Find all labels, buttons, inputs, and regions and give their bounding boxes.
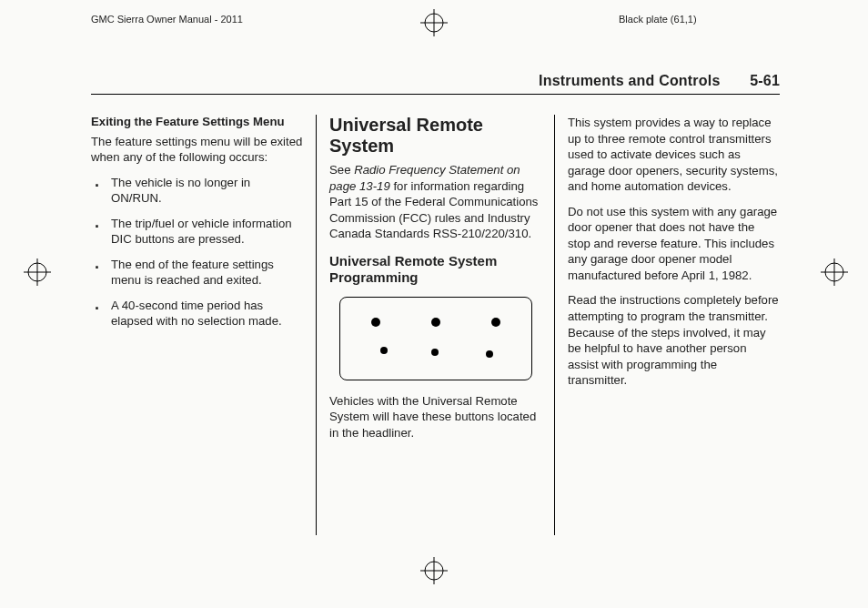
page-body: Instruments and Controls 5-61 Exiting th… (91, 71, 780, 535)
chapter-title: Instruments and Controls (539, 73, 720, 88)
remote-indicator-icon (486, 350, 493, 358)
exiting-menu-intro: The feature settings menu will be exited… (91, 134, 303, 166)
list-item: The trip/fuel or vehicle information DIC… (91, 216, 303, 248)
remote-buttons-illustration (339, 297, 532, 380)
list-item: A 40-second time period has elapsed with… (91, 298, 303, 329)
programming-heading: Universal Remote System Programming (329, 253, 541, 286)
running-header: Instruments and Controls 5-61 (539, 71, 780, 90)
remote-button-icon (491, 318, 500, 327)
print-meta-right: Black plate (61,1) (619, 13, 697, 26)
columns: Exiting the Feature Settings Menu The fe… (91, 115, 780, 535)
instructions-paragraph: Read the instructions completely before … (568, 292, 780, 388)
column-2: Universal Remote System See Radio Freque… (316, 115, 554, 535)
exiting-menu-heading: Exiting the Feature Settings Menu (91, 115, 303, 130)
remote-indicator-icon (431, 349, 439, 356)
registration-mark-top (420, 9, 448, 36)
page-number: 5-61 (750, 73, 780, 88)
column-3: This system provides a way to replace up… (554, 115, 780, 535)
remote-button-icon (431, 318, 440, 327)
registration-mark-right (821, 258, 848, 286)
registration-mark-left (24, 258, 51, 286)
list-item: The end of the feature settings menu is … (91, 257, 303, 289)
exit-conditions-list: The vehicle is no longer in ON/RUN. The … (91, 175, 303, 329)
header-rule (91, 94, 780, 95)
remote-button-icon (371, 318, 380, 327)
remote-indicator-icon (380, 347, 388, 354)
warning-paragraph: Do not use this system with any garage d… (568, 204, 780, 284)
list-item: The vehicle is no longer in ON/RUN. (91, 175, 303, 207)
column-1: Exiting the Feature Settings Menu The fe… (91, 115, 316, 535)
registration-mark-bottom (420, 557, 448, 584)
universal-remote-heading: Universal Remote System (329, 115, 541, 157)
system-description-paragraph: This system provides a way to replace up… (568, 115, 780, 195)
headliner-paragraph: Vehicles with the Universal Remote Syste… (329, 393, 541, 441)
print-meta-left: GMC Sierra Owner Manual - 2011 (91, 13, 243, 26)
text-run: See (329, 163, 354, 177)
fcc-paragraph: See Radio Frequency Statement on page 13… (329, 162, 541, 242)
